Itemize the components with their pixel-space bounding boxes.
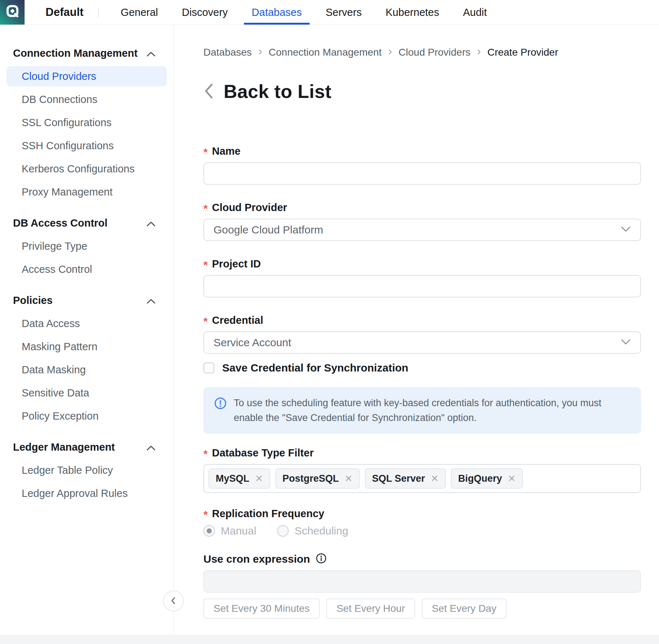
- project-id-field: Project ID: [203, 258, 641, 297]
- sidebar-header-ledger-management[interactable]: Ledger Management: [13, 439, 155, 455]
- sidebar-item-masking-pattern[interactable]: Masking Pattern: [7, 336, 167, 357]
- sidebar-header-db-access-control[interactable]: DB Access Control: [13, 215, 155, 231]
- replication-frequency-options: Manual Scheduling: [203, 525, 641, 537]
- credential-selected-value: Service Account: [214, 336, 291, 349]
- breadcrumb: Databases Connection Management Cloud Pr…: [203, 46, 641, 59]
- breadcrumb-create-provider: Create Provider: [487, 47, 558, 58]
- set-every-30-minutes-button[interactable]: Set Every 30 Minutes: [203, 598, 320, 619]
- chevron-up-icon: [147, 441, 155, 453]
- sidebar-header-policies[interactable]: Policies: [13, 292, 155, 308]
- radio-scheduling[interactable]: Scheduling: [277, 525, 348, 537]
- db-type-filter-input[interactable]: MySQL PostgreSQL SQL Server BigQuery: [203, 464, 641, 493]
- sidebar-item-ssl-configurations[interactable]: SSL Configurations: [7, 112, 167, 133]
- nav-item-databases[interactable]: Databases: [246, 0, 308, 25]
- sidebar-collapse-button[interactable]: [163, 591, 184, 611]
- sidebar-item-cloud-providers[interactable]: Cloud Providers: [7, 66, 167, 86]
- create-provider-form: Name Cloud Provider Google Cloud Platfor…: [203, 145, 641, 619]
- nav-item-kubernetes[interactable]: Kubernetes: [380, 0, 445, 25]
- page-title-row: Back to List: [203, 81, 641, 102]
- save-credential-row: Save Credential for Synchronization: [203, 362, 641, 374]
- required-asterisk: [203, 258, 208, 270]
- name-input[interactable]: [203, 162, 641, 185]
- credential-label: Credential: [203, 314, 641, 326]
- nav-item-general[interactable]: General: [115, 0, 164, 25]
- cron-quick-set-buttons: Set Every 30 Minutes Set Every Hour Set …: [203, 598, 641, 619]
- breadcrumb-separator-icon: [470, 44, 487, 58]
- nav-item-discovery[interactable]: Discovery: [176, 0, 233, 25]
- sidebar-section-connection-management: Connection Management Cloud Providers DB…: [0, 45, 173, 202]
- chevron-up-icon: [147, 217, 155, 229]
- tag-bigquery: BigQuery: [451, 468, 523, 489]
- nav-divider: [98, 7, 99, 17]
- sidebar-item-privilege-type[interactable]: Privilege Type: [7, 236, 167, 256]
- set-every-hour-button[interactable]: Set Every Hour: [326, 598, 415, 619]
- sidebar-section-db-access-control: DB Access Control Privilege Type Access …: [0, 215, 173, 279]
- tag-mysql: MySQL: [208, 468, 270, 489]
- sidebar-item-access-control[interactable]: Access Control: [7, 259, 167, 279]
- workspace-selector[interactable]: Default: [46, 0, 83, 25]
- remove-tag-icon[interactable]: [431, 474, 439, 483]
- sidebar-item-kerberos-configurations[interactable]: Kerberos Configurations: [7, 159, 167, 179]
- db-type-filter-field: Database Type Filter MySQL PostgreSQL SQ…: [203, 447, 641, 493]
- chevron-up-icon: [147, 47, 155, 59]
- breadcrumb-connection-management[interactable]: Connection Management: [269, 47, 382, 58]
- sidebar-item-ledger-approval-rules[interactable]: Ledger Approval Rules: [7, 483, 167, 503]
- db-type-filter-label: Database Type Filter: [203, 447, 641, 459]
- main-content: Databases Connection Management Cloud Pr…: [174, 25, 659, 635]
- required-asterisk: [203, 447, 208, 459]
- back-button[interactable]: [203, 83, 214, 100]
- chevron-down-icon: [621, 339, 631, 347]
- sidebar: Connection Management Cloud Providers DB…: [0, 25, 174, 635]
- sidebar-item-ssh-configurations[interactable]: SSH Configurations: [7, 136, 167, 156]
- info-circle-icon: [316, 553, 327, 565]
- sidebar-item-data-masking[interactable]: Data Masking: [7, 360, 167, 380]
- remove-tag-icon[interactable]: [508, 474, 516, 483]
- sidebar-item-db-connections[interactable]: DB Connections: [7, 89, 167, 110]
- radio-manual[interactable]: Manual: [203, 525, 256, 537]
- sidebar-item-data-access[interactable]: Data Access: [7, 313, 167, 334]
- set-every-day-button[interactable]: Set Every Day: [422, 598, 507, 619]
- top-nav-bar: Default General Discovery Databases Serv…: [0, 0, 659, 25]
- breadcrumb-cloud-providers[interactable]: Cloud Providers: [399, 47, 470, 58]
- breadcrumb-databases[interactable]: Databases: [203, 47, 252, 58]
- tag-sql-server: SQL Server: [365, 468, 446, 489]
- project-id-label: Project ID: [203, 258, 641, 270]
- footer-strip: [0, 635, 659, 644]
- nav-item-servers[interactable]: Servers: [320, 0, 367, 25]
- credential-select[interactable]: Service Account: [203, 331, 641, 354]
- sidebar-item-ledger-table-policy[interactable]: Ledger Table Policy: [7, 460, 167, 480]
- cloud-provider-select[interactable]: Google Cloud Platform: [203, 219, 641, 241]
- primary-nav: General Discovery Databases Servers Kube…: [109, 0, 499, 25]
- remove-tag-icon[interactable]: [345, 474, 353, 483]
- sidebar-section-ledger-management: Ledger Management Ledger Table Policy Le…: [0, 439, 173, 503]
- cron-expression-label-row: Use cron expression: [203, 553, 641, 565]
- required-asterisk: [203, 314, 208, 326]
- credential-field: Credential Service Account: [203, 314, 641, 354]
- sidebar-item-sensitive-data[interactable]: Sensitive Data: [7, 383, 167, 403]
- save-credential-checkbox[interactable]: [203, 362, 214, 373]
- chevron-left-icon: [203, 83, 214, 100]
- alert-text: To use the scheduling feature with key-b…: [234, 396, 630, 425]
- app-logo[interactable]: [0, 0, 25, 25]
- required-asterisk: [203, 145, 208, 157]
- sidebar-header-connection-management[interactable]: Connection Management: [13, 45, 155, 61]
- sidebar-item-proxy-management[interactable]: Proxy Management: [7, 182, 167, 202]
- scheduling-info-alert: To use the scheduling feature with key-b…: [203, 387, 641, 434]
- chevron-up-icon: [147, 295, 155, 306]
- required-asterisk: [203, 201, 208, 214]
- radio-unselected-icon: [277, 525, 289, 537]
- radio-selected-icon: [203, 525, 215, 537]
- required-asterisk: [203, 507, 208, 520]
- replication-frequency-field: Replication Frequency Manual Scheduling: [203, 507, 641, 537]
- save-credential-label: Save Credential for Synchronization: [222, 362, 408, 374]
- cron-expression-field: Use cron expression Set Every 30 Minutes…: [203, 553, 641, 619]
- sidebar-section-policies: Policies Data Access Masking Pattern Dat…: [0, 292, 173, 426]
- nav-item-audit[interactable]: Audit: [457, 0, 492, 25]
- cloud-provider-selected-value: Google Cloud Platform: [214, 224, 323, 236]
- project-id-input[interactable]: [203, 275, 641, 297]
- remove-tag-icon[interactable]: [255, 474, 263, 483]
- chevron-left-icon: [169, 596, 178, 606]
- cloud-provider-field: Cloud Provider Google Cloud Platform: [203, 201, 641, 241]
- sidebar-item-policy-exception[interactable]: Policy Exception: [7, 406, 167, 426]
- cron-expression-input[interactable]: [203, 570, 641, 593]
